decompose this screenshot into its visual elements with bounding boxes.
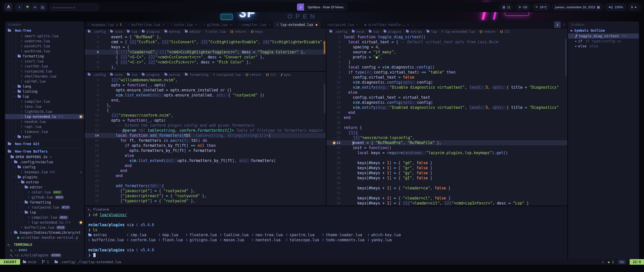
tree-item[interactable]: ☾lens.lua [5, 104, 84, 109]
chevron-icon[interactable]: ▸ [14, 135, 17, 138]
tree-item[interactable]: ▾extras [5, 180, 84, 185]
file-icon[interactable]: ▤ [39, 4, 46, 10]
breadcrumb-item[interactable]: {}keys [251, 30, 263, 33]
tree-item[interactable]: ☾worktree.lua [5, 49, 84, 54]
breadcrumb-item[interactable]: ☾rustywind.lua [213, 73, 240, 77]
tree-item[interactable]: ☾shellharden.lua [5, 74, 84, 79]
breadcrumb-item[interactable]: formatting [185, 73, 208, 77]
chevron-icon[interactable]: ▾ [14, 166, 17, 168]
breadcrumb-item[interactable]: editor [185, 30, 201, 33]
tree-item[interactable]: ☾sqlfmt.lua [5, 79, 84, 84]
tree-item[interactable]: ☾lsp-extended.lu[+] [5, 114, 84, 119]
outline-item[interactable]: ▪elseelse [568, 44, 639, 49]
close-icon[interactable]: × [269, 23, 270, 26]
tab-lsp-extended-lua[interactable]: ☾lsp-extended.lua● [274, 21, 321, 28]
outline-item[interactable]: ▪ifif type(config.vi [568, 39, 639, 44]
tree-item[interactable]: ▾.config/nvim/lua [5, 159, 84, 164]
breadcrumb-item[interactable]: ☾lsp-extended.lua [441, 30, 475, 33]
tree-item[interactable]: ☾smart-splits.lua [5, 33, 84, 39]
tree-item[interactable]: ☾isort.lua [5, 59, 84, 64]
tree-item[interactable]: ▾plugins [5, 175, 84, 180]
flag-icon[interactable]: ⚑ [24, 4, 30, 10]
chevron-icon[interactable]: ▾ [11, 231, 14, 234]
tree-item[interactable]: ☾keymaps.lua#10⚠ [5, 169, 84, 175]
tab-color-lua[interactable]: ☾color.lua× [168, 21, 200, 28]
chevron-icon[interactable]: ▾ [21, 201, 24, 203]
breadcrumb-item[interactable]: extras [165, 73, 180, 77]
close-icon[interactable]: × [230, 23, 232, 26]
tree-item[interactable]: ☾timeout.lua [5, 129, 84, 134]
tab-rustywind-lua[interactable]: ☾rustywind.lua× [321, 21, 361, 28]
breadcrumb-item[interactable]: .config [88, 73, 106, 77]
weather-module[interactable]: ✎24°C [532, 4, 550, 11]
link-icon[interactable]: ∞ [32, 4, 38, 10]
chevron-icon[interactable]: ▾ [14, 55, 17, 57]
tab-github-lua[interactable]: ☾github.lua× [200, 21, 235, 28]
breadcrumb-item[interactable]: .config [330, 30, 347, 33]
tabpage-1[interactable]: 1 [554, 21, 561, 28]
breadcrumb-item[interactable]: plugins [384, 30, 401, 33]
scrollbar-thumb[interactable] [324, 83, 325, 114]
close-icon[interactable]: × [195, 23, 197, 26]
notifications-module[interactable]: 9● [628, 4, 639, 11]
tree-item[interactable]: ▸linting [5, 89, 84, 94]
breadcrumb-item[interactable]: {}return [230, 30, 246, 33]
tabpage-2[interactable]: 2 [561, 21, 567, 28]
date-module[interactable]: jueves, noviembre 16, 2023▦ [552, 4, 603, 11]
chevron-icon[interactable]: ▾ [14, 95, 17, 98]
terminal[interactable]: ❯ cd lua/plugins/nvim/lua/plugins via ☾ … [85, 212, 567, 259]
breadcrumb-item[interactable]: extras [165, 30, 180, 33]
tree-item[interactable]: ☾repl.lua [5, 124, 84, 129]
breadcrumb-item[interactable]: plugins [142, 73, 160, 77]
chevron-icon[interactable]: ▾ [571, 35, 574, 37]
chevron-icon[interactable]: ▾ [21, 186, 24, 188]
tree-item[interactable]: ▾formatting [5, 54, 84, 59]
scrollbar-thumb[interactable] [565, 39, 567, 77]
breadcrumb-item[interactable]: ☾color.lua [206, 30, 225, 33]
breadcrumb-item[interactable]: plugins [142, 30, 160, 33]
volume-module[interactable]: ◄))100% [605, 4, 626, 11]
code-area[interactable]: 3 event = { "BufRead" },4 cmd = { [1]"Cc… [85, 34, 326, 71]
tree-item[interactable]: OPEN BUFFERS in ~ [5, 154, 84, 159]
tree-item[interactable]: ▾lsp [5, 94, 84, 99]
breadcrumb-item[interactable]: ƒopts [281, 73, 291, 77]
breadcrumb-item[interactable]: nvim [352, 30, 364, 33]
tab-keymaps-lua[interactable]: ☾keymaps.lua⚠ 3 [85, 21, 125, 28]
close-icon[interactable]: × [163, 23, 164, 26]
chevron-icon[interactable]: ▾ [11, 161, 14, 163]
tree-item[interactable]: ☾undotree.lua [5, 39, 84, 44]
breadcrumb-item[interactable]: lua [369, 30, 379, 33]
section-header-neo-tree-git[interactable]: Neo-Tree Git [5, 141, 84, 147]
section-header-terminals[interactable]: >_TERMINALS [5, 242, 84, 248]
tab-scrollbar-handle-[interactable]: ▦scrollbar-handle-…× [361, 21, 413, 28]
breadcrumb-item[interactable]: nvim [110, 73, 122, 77]
breadcrumb-item[interactable]: lsp [427, 30, 437, 33]
power-icon[interactable]: ◐ [17, 4, 23, 10]
tree-item[interactable]: ▾editor [5, 185, 84, 190]
music-widget[interactable]: ♫ Spiritbox - Rule Of Nines [297, 3, 347, 11]
close-icon[interactable]: × [356, 23, 358, 26]
section-header-neo-tree[interactable]: Neo-Tree [5, 27, 84, 33]
close-icon[interactable]: × [407, 23, 409, 26]
section-header-neo-tree-buffers[interactable]: Neo-Tree Buffers [5, 148, 84, 154]
scrollbar-thumb[interactable] [324, 41, 325, 54]
chevron-icon[interactable]: ▾ [21, 211, 24, 214]
chevron-icon[interactable]: ▾ [18, 181, 21, 183]
tab-bufferline-lua[interactable]: ☾bufferline.lua× [125, 21, 168, 28]
tree-item[interactable]: ☾rustywind.lua [5, 69, 84, 74]
breadcrumb-item[interactable]: .config [88, 30, 106, 33]
breadcrumb-item[interactable]: lua [127, 73, 137, 77]
tree-item[interactable]: ▾Juegos/Indies/SteamLibrary/st [5, 230, 84, 235]
breadcrumb-item[interactable]: {}return [479, 30, 495, 33]
tree-item[interactable]: ▸lang [5, 84, 84, 89]
tree-item[interactable]: ▸test [5, 134, 84, 139]
search-input[interactable] [50, 4, 99, 11]
chevron-icon[interactable]: ▸ [14, 90, 17, 93]
breadcrumb-item[interactable]: nvim [110, 30, 122, 33]
tree-item[interactable]: ☾bufferline.lua#328 [5, 225, 84, 230]
tree-item[interactable]: ☾compiler.lua#682 [5, 215, 84, 220]
keyboard-layout-module[interactable]: ⊕US [515, 4, 530, 11]
workspaces-module[interactable]: ▦11 [499, 4, 513, 11]
tree-item[interactable]: ☾lsp-extended.lu[+] [5, 220, 84, 225]
code-area[interactable]: 3 [1]"williamboman/mason.nvim",4 opts = … [85, 77, 326, 206]
